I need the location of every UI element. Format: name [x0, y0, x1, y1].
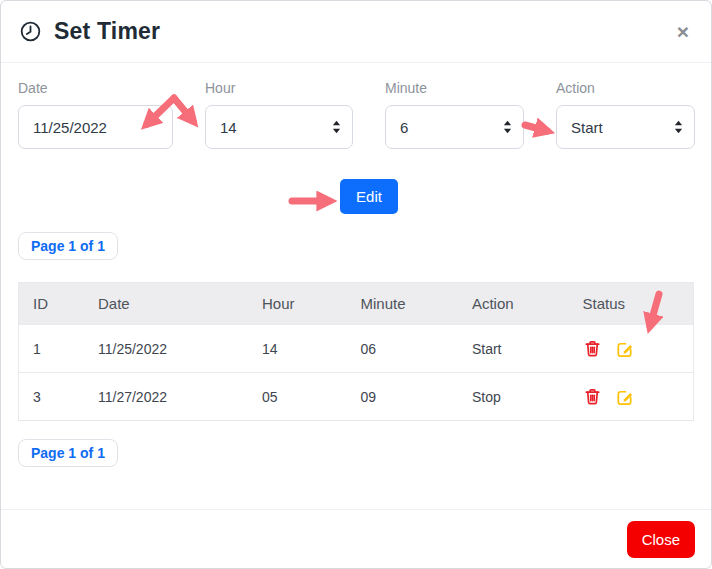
close-icon[interactable]: ×: [673, 19, 693, 44]
col-header-hour: Hour: [248, 283, 347, 325]
action-select-wrap: Start: [556, 105, 695, 149]
action-label: Action: [556, 80, 695, 96]
cell-id: 3: [19, 373, 84, 421]
table-header: ID Date Hour Minute Action Status: [19, 283, 694, 325]
set-timer-modal: Set Timer × Date Hour 14: [0, 0, 712, 569]
col-header-minute: Minute: [347, 283, 458, 325]
date-field-group: Date: [18, 80, 173, 149]
modal-header: Set Timer ×: [1, 1, 711, 63]
close-button[interactable]: Close: [627, 521, 695, 558]
date-label: Date: [18, 80, 173, 96]
page-title: Set Timer: [54, 18, 160, 45]
edit-icon[interactable]: [615, 387, 634, 406]
clock-icon: [19, 20, 42, 43]
cell-action: Stop: [458, 373, 569, 421]
col-header-status: Status: [569, 283, 694, 325]
hour-select[interactable]: 14: [205, 105, 353, 149]
modal-footer: Close: [1, 509, 711, 568]
trash-icon[interactable]: [583, 339, 602, 358]
minute-select[interactable]: 6: [385, 105, 524, 149]
minute-select-wrap: 6: [385, 105, 524, 149]
cell-date: 11/25/2022: [84, 325, 248, 373]
cell-hour: 05: [248, 373, 347, 421]
hour-select-wrap: 14: [205, 105, 353, 149]
cell-date: 11/27/2022: [84, 373, 248, 421]
cell-action: Start: [458, 325, 569, 373]
col-header-id: ID: [19, 283, 84, 325]
cell-status: [569, 373, 694, 421]
table-row: 1 11/25/2022 14 06 Start: [19, 325, 694, 373]
trash-icon[interactable]: [583, 387, 602, 406]
minute-field-group: Minute 6: [385, 80, 524, 149]
cell-minute: 06: [347, 325, 458, 373]
table-header-row: ID Date Hour Minute Action Status: [19, 283, 694, 325]
edit-row: Edit: [18, 179, 694, 214]
hour-label: Hour: [205, 80, 353, 96]
edit-button[interactable]: Edit: [340, 179, 398, 214]
minute-label: Minute: [385, 80, 524, 96]
action-field-group: Action Start: [556, 80, 695, 149]
cell-id: 1: [19, 325, 84, 373]
hour-field-group: Hour 14: [205, 80, 353, 149]
action-select[interactable]: Start: [556, 105, 695, 149]
cell-hour: 14: [248, 325, 347, 373]
table-row: 3 11/27/2022 05 09 Stop: [19, 373, 694, 421]
cell-minute: 09: [347, 373, 458, 421]
edit-icon[interactable]: [615, 339, 634, 358]
timer-form: Date Hour 14 Minute 6: [18, 80, 694, 149]
col-header-action: Action: [458, 283, 569, 325]
timers-table: ID Date Hour Minute Action Status 1 11/2…: [18, 282, 694, 421]
pagination-top-button[interactable]: Page 1 of 1: [18, 232, 118, 260]
date-input[interactable]: [18, 105, 173, 149]
pagination-bottom-button[interactable]: Page 1 of 1: [18, 439, 118, 467]
col-header-date: Date: [84, 283, 248, 325]
cell-status: [569, 325, 694, 373]
modal-body: Date Hour 14 Minute 6: [1, 63, 711, 509]
